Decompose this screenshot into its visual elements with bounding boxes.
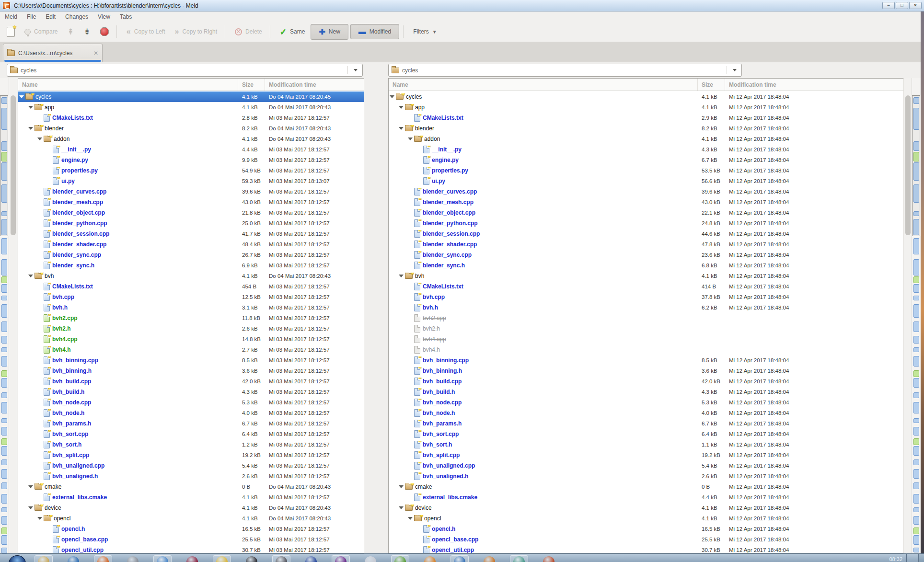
table-row-blender_curves.cpp[interactable]: ★blender_curves.cpp39.6 kBMi 03 Mai 2017… [18, 186, 364, 197]
taskbar-app-icon[interactable] [272, 555, 290, 562]
new-comparison-button[interactable]: ★ [3, 24, 19, 40]
table-row-bvh.h[interactable]: ★bvh.h3.1 kBMi 03 Mai 2017 18:12:57 [18, 302, 364, 313]
expander-triangle-icon[interactable] [399, 127, 404, 130]
table-row-blender[interactable]: ★blender8.2 kBMi 12 Apr 2017 18:48:04 [389, 123, 905, 134]
table-row-cmake[interactable]: ★cmake0 BMi 12 Apr 2017 18:48:04 [389, 482, 905, 492]
delete-button[interactable]: ✕ Delete [231, 25, 266, 38]
column-header-modification-time[interactable]: Modification time [725, 79, 905, 91]
change-segment-modified[interactable] [913, 402, 919, 413]
table-row-bvh_build.cpp[interactable]: ★bvh_build.cpp42.0 kBMi 03 Mai 2017 18:1… [18, 376, 364, 387]
table-row-blender_curves.cpp[interactable]: ★blender_curves.cpp39.6 kBMi 12 Apr 2017… [389, 186, 905, 197]
right-path-combobox[interactable]: cycles [388, 64, 742, 77]
table-row-bvh.cpp[interactable]: ★bvh.cpp37.8 kBMi 12 Apr 2017 18:48:04 [389, 292, 905, 302]
previous-change-button[interactable]: ⇞ [63, 25, 78, 39]
change-segment-modified[interactable] [913, 482, 919, 489]
menu-edit[interactable]: Edit [41, 12, 60, 21]
left-tree-header[interactable]: NameSizeModification time [18, 79, 364, 91]
table-row-blender_python.cpp[interactable]: ★blender_python.cpp25.0 kBMi 03 Mai 2017… [18, 218, 364, 229]
copy-to-right-button[interactable]: » Copy to Right [171, 25, 221, 38]
table-row-blender_session.cpp[interactable]: ★blender_session.cpp44.6 kBMi 12 Apr 201… [389, 229, 905, 239]
copy-to-left-button[interactable]: « Copy to Left [123, 25, 169, 38]
table-row-blender_python.cpp[interactable]: ★blender_python.cpp24.8 kBMi 12 Apr 2017… [389, 218, 905, 229]
expander-triangle-icon[interactable] [408, 138, 413, 140]
table-row-blender_session.cpp[interactable]: ★blender_session.cpp41.7 kBMi 03 Mai 201… [18, 229, 364, 239]
table-row-bvh_unaligned.h[interactable]: ★bvh_unaligned.h2.6 kBMi 03 Mai 2017 18:… [18, 471, 364, 482]
change-segment-modified[interactable] [913, 347, 919, 352]
table-row-bvh2.h[interactable]: ★bvh2.h2.6 kBMi 03 Mai 2017 18:12:57 [18, 323, 364, 334]
taskbar-app-icon[interactable] [183, 555, 201, 562]
table-row-bvh.cpp[interactable]: ★bvh.cpp12.5 kBMi 03 Mai 2017 18:12:57 [18, 292, 364, 302]
table-row-cycles[interactable]: ★cycles4.1 kBMi 12 Apr 2017 18:48:04 [389, 92, 905, 102]
taskbar-app-icon[interactable] [302, 555, 320, 562]
menu-changes[interactable]: Changes [60, 12, 93, 21]
menu-tabs[interactable]: Tabs [115, 12, 137, 21]
taskbar-app-icon[interactable] [540, 555, 558, 562]
change-segment-modified[interactable] [913, 535, 919, 545]
change-segment-modified[interactable] [1, 296, 7, 300]
table-row-bvh_binning.h[interactable]: ★bvh_binning.h3.6 kBMi 03 Mai 2017 18:12… [18, 366, 364, 376]
taskbar-app-icon[interactable] [480, 555, 498, 562]
right-scrollbar[interactable] [903, 78, 912, 553]
table-row-blender_mesh.cpp[interactable]: ★blender_mesh.cpp43.0 kBMi 03 Mai 2017 1… [18, 197, 364, 207]
expander-triangle-icon[interactable] [399, 485, 404, 488]
table-row-app[interactable]: ★app4.1 kBMi 12 Apr 2017 18:48:04 [389, 102, 905, 113]
taskbar-app-icon[interactable] [391, 555, 409, 562]
change-segment-new[interactable] [1, 528, 7, 534]
table-row-bvh_params.h[interactable]: ★bvh_params.h6.7 kBMi 12 Apr 2017 18:48:… [389, 418, 905, 429]
change-segment-new[interactable] [1, 370, 7, 377]
table-row-addon[interactable]: ★addon4.1 kBMi 12 Apr 2017 18:48:04 [389, 134, 905, 144]
change-segment-modified[interactable] [913, 494, 919, 504]
table-row-bvh_split.cpp[interactable]: ★bvh_split.cpp19.2 kBMi 12 Apr 2017 18:4… [389, 450, 905, 460]
table-row-bvh4.h[interactable]: ★bvh4.h2.7 kBMi 03 Mai 2017 18:12:57 [18, 344, 364, 355]
expander-triangle-icon[interactable] [28, 275, 33, 277]
show-desktop-button[interactable] [918, 554, 924, 562]
table-row-opencl.h[interactable]: ★opencl.h16.5 kBMi 03 Mai 2017 18:12:57 [18, 524, 364, 534]
table-row-blender_object.cpp[interactable]: ★blender_object.cpp21.8 kBMi 03 Mai 2017… [18, 207, 364, 218]
taskbar-app-icon[interactable] [35, 555, 53, 562]
table-row-external_libs.cmake[interactable]: ★external_libs.cmake4.4 kBMi 12 Apr 2017… [389, 492, 905, 503]
table-row-bvh_node.cpp[interactable]: ★bvh_node.cpp5.3 kBMi 03 Mai 2017 18:12:… [18, 397, 364, 408]
table-row-__init__.py[interactable]: ★__init__.py4.4 kBMi 03 Mai 2017 18:12:5… [18, 144, 364, 155]
table-row-properties.py[interactable]: ★properties.py53.5 kBMi 12 Apr 2017 18:4… [389, 165, 905, 176]
change-segment-modified[interactable] [1, 336, 7, 344]
taskbar-app-icon[interactable] [510, 555, 528, 562]
change-segment-modified[interactable] [1, 459, 7, 465]
table-row-addon[interactable]: ★addon4.1 kBDo 04 Mai 2017 08:20:43 [18, 134, 364, 144]
table-row-bvh.h[interactable]: ★bvh.h6.2 kBMi 12 Apr 2017 18:48:04 [389, 302, 905, 313]
change-segment-modified[interactable] [913, 259, 919, 275]
change-segment-modified[interactable] [913, 304, 919, 318]
table-row-blender_sync.cpp[interactable]: ★blender_sync.cpp23.6 kBMi 12 Apr 2017 1… [389, 250, 905, 260]
change-segment-modified[interactable] [913, 321, 919, 332]
table-row-cmake[interactable]: ★cmake0 BDo 04 Mai 2017 08:20:43 [18, 482, 364, 492]
column-header-name[interactable]: Name [18, 79, 238, 91]
table-row-ui.py[interactable]: ★ui.py56.6 kBMi 12 Apr 2017 18:48:04 [389, 176, 905, 186]
taskbar-app-icon[interactable] [64, 555, 82, 562]
change-segment-modified[interactable] [913, 392, 919, 398]
change-segment-modified[interactable] [913, 459, 919, 465]
taskbar-app-icon[interactable] [361, 555, 380, 562]
taskbar-app-icon[interactable] [421, 555, 439, 562]
table-row-bvh_node.h[interactable]: ★bvh_node.h4.0 kBMi 03 Mai 2017 18:12:57 [18, 408, 364, 418]
expander-triangle-icon[interactable] [37, 517, 42, 520]
table-row-blender_object.cpp[interactable]: ★blender_object.cpp22.1 kBMi 12 Apr 2017… [389, 207, 905, 218]
change-segment-modified[interactable] [1, 516, 7, 525]
table-row-bvh_unaligned.cpp[interactable]: ★bvh_unaligned.cpp5.4 kBMi 03 Mai 2017 1… [18, 460, 364, 471]
menu-view[interactable]: View [93, 12, 115, 21]
expander-triangle-icon[interactable] [28, 506, 33, 509]
table-row-blender[interactable]: ★blender8.2 kBDo 04 Mai 2017 08:20:43 [18, 123, 364, 134]
table-row-bvh_node.h[interactable]: ★bvh_node.h4.0 kBMi 12 Apr 2017 18:48:04 [389, 408, 905, 418]
table-row-bvh_sort.cpp[interactable]: ★bvh_sort.cpp6.4 kBMi 03 Mai 2017 18:12:… [18, 429, 364, 439]
table-row-opencl.h[interactable]: ★opencl.h16.5 kBMi 12 Apr 2017 18:48:04 [389, 524, 905, 534]
table-row-engine.py[interactable]: ★engine.py6.7 kBMi 12 Apr 2017 18:48:04 [389, 155, 905, 165]
table-row-blender_sync.h[interactable]: ★blender_sync.h6.8 kBMi 12 Apr 2017 18:4… [389, 260, 905, 271]
table-row-opencl[interactable]: ★opencl4.1 kBDo 04 Mai 2017 08:20:43 [18, 513, 364, 524]
table-row-ui.py[interactable]: ★ui.py59.3 kBMi 03 Mai 2017 18:13:07 [18, 176, 364, 186]
title-bar[interactable]: C:\Users\x\Documents\cycles : H:\bforart… [0, 0, 924, 11]
change-segment-new[interactable] [913, 528, 919, 534]
change-segment-modified[interactable] [913, 507, 919, 512]
expander-triangle-icon[interactable] [399, 275, 404, 277]
minimize-button[interactable]: ‒ [882, 2, 895, 9]
change-segment-modified[interactable] [1, 548, 7, 553]
table-row-properties.py[interactable]: ★properties.py54.9 kBMi 03 Mai 2017 18:1… [18, 165, 364, 176]
table-row-opencl_base.cpp[interactable]: ★opencl_base.cpp25.5 kBMi 03 Mai 2017 18… [18, 534, 364, 545]
